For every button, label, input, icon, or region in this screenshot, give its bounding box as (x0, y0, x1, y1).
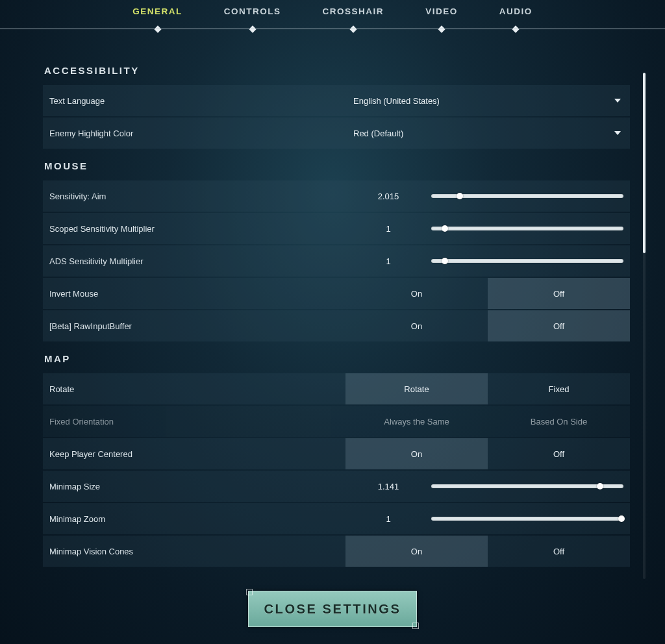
row-invert-mouse: Invert Mouse On Off (43, 278, 630, 309)
slider-ads-mult[interactable] (431, 259, 623, 263)
tab-audio[interactable]: AUDIO (499, 6, 533, 29)
toggle-keep-on[interactable]: On (345, 438, 488, 469)
slider-knob[interactable] (442, 258, 448, 264)
tab-indicator-icon (438, 25, 445, 32)
label-raw-input: [Beta] RawInputBuffer (43, 310, 345, 341)
label-vision-cones: Minimap Vision Cones (43, 536, 345, 567)
label-sensitivity-aim: Sensitivity: Aim (43, 180, 345, 212)
slider-knob[interactable] (457, 193, 463, 199)
row-ads-mult: ADS Sensitivity Multiplier 1 (43, 245, 630, 277)
row-rotate: Rotate Rotate Fixed (43, 373, 630, 404)
label-invert-mouse: Invert Mouse (43, 278, 345, 309)
slider-minimap-size[interactable] (431, 484, 623, 488)
tab-controls[interactable]: CONTROLS (224, 6, 281, 29)
tab-indicator-icon (349, 25, 357, 32)
row-fixed-orientation: Fixed Orientation Always the Same Based … (43, 406, 630, 437)
section-accessibility-title: ACCESSIBILITY (44, 65, 630, 76)
scrollbar[interactable] (643, 73, 646, 579)
toggle-fixed-same: Always the Same (345, 406, 488, 437)
tab-video[interactable]: VIDEO (425, 6, 458, 29)
label-scoped-mult: Scoped Sensitivity Multiplier (43, 213, 345, 244)
row-scoped-mult: Scoped Sensitivity Multiplier 1 (43, 213, 630, 244)
row-sensitivity-aim: Sensitivity: Aim 2.015 (43, 180, 630, 212)
toggle-vision-on[interactable]: On (345, 536, 488, 567)
chevron-down-icon (614, 99, 621, 103)
close-settings-button[interactable]: CLOSE SETTINGS (248, 591, 417, 627)
label-enemy-highlight: Enemy Highlight Color (43, 118, 345, 149)
slider-minimap-zoom[interactable] (431, 517, 623, 521)
row-minimap-zoom: Minimap Zoom 1 (43, 503, 630, 534)
toggle-invert-on[interactable]: On (345, 278, 488, 309)
slider-knob[interactable] (442, 225, 448, 232)
chevron-down-icon (614, 131, 621, 135)
toggle-invert-mouse: On Off (345, 278, 630, 309)
label-ads-mult: ADS Sensitivity Multiplier (43, 245, 345, 277)
toggle-raw-on[interactable]: On (345, 310, 488, 341)
settings-tabs: GENERAL CONTROLS CROSSHAIR VIDEO AUDIO (0, 0, 665, 29)
value-sensitivity-aim[interactable]: 2.015 (345, 192, 431, 201)
row-keep-centered: Keep Player Centered On Off (43, 438, 630, 469)
slider-knob[interactable] (597, 483, 603, 489)
settings-content: ACCESSIBILITY Text Language English (Uni… (43, 65, 630, 584)
row-raw-input: [Beta] RawInputBuffer On Off (43, 310, 630, 341)
row-text-language: Text Language English (United States) (43, 85, 630, 116)
label-rotate: Rotate (43, 373, 345, 404)
toggle-rotate-fixed[interactable]: Fixed (488, 373, 630, 404)
tab-indicator-icon (154, 25, 161, 32)
toggle-fixed-orientation: Always the Same Based On Side (345, 406, 630, 437)
label-text-language: Text Language (43, 85, 345, 116)
value-ads-mult[interactable]: 1 (345, 256, 431, 266)
value-scoped-mult[interactable]: 1 (345, 224, 431, 234)
tab-indicator-icon (249, 25, 256, 32)
toggle-keep-off[interactable]: Off (488, 438, 630, 469)
tab-indicator-icon (512, 25, 519, 32)
toggle-invert-off[interactable]: Off (488, 278, 630, 309)
toggle-vision-off[interactable]: Off (488, 536, 630, 567)
toggle-fixed-side: Based On Side (488, 406, 630, 437)
slider-scoped-mult[interactable] (431, 227, 623, 230)
toggle-raw-input: On Off (345, 310, 630, 341)
dropdown-enemy-highlight[interactable]: Red (Default) (345, 118, 630, 149)
toggle-vision-cones: On Off (345, 536, 630, 567)
section-mouse-title: MOUSE (44, 160, 630, 171)
scrollbar-thumb[interactable] (643, 73, 646, 253)
row-enemy-highlight: Enemy Highlight Color Red (Default) (43, 118, 630, 149)
label-minimap-zoom: Minimap Zoom (43, 503, 345, 534)
slider-sensitivity-aim[interactable] (431, 194, 623, 198)
tab-crosshair[interactable]: CROSSHAIR (323, 6, 384, 29)
row-minimap-size: Minimap Size 1.141 (43, 471, 630, 502)
slider-knob[interactable] (618, 515, 625, 522)
label-minimap-size: Minimap Size (43, 471, 345, 502)
tab-general[interactable]: GENERAL (132, 6, 182, 29)
toggle-raw-off[interactable]: Off (488, 310, 630, 341)
toggle-keep-centered: On Off (345, 438, 630, 469)
row-vision-cones: Minimap Vision Cones On Off (43, 536, 630, 567)
toggle-rotate-rotate[interactable]: Rotate (345, 373, 488, 404)
section-map-title: MAP (44, 353, 630, 364)
toggle-rotate: Rotate Fixed (345, 373, 630, 404)
dropdown-text-language[interactable]: English (United States) (345, 85, 630, 116)
value-minimap-size[interactable]: 1.141 (345, 482, 431, 491)
label-keep-centered: Keep Player Centered (43, 438, 345, 469)
label-fixed-orientation: Fixed Orientation (43, 406, 345, 437)
value-minimap-zoom[interactable]: 1 (345, 514, 431, 524)
